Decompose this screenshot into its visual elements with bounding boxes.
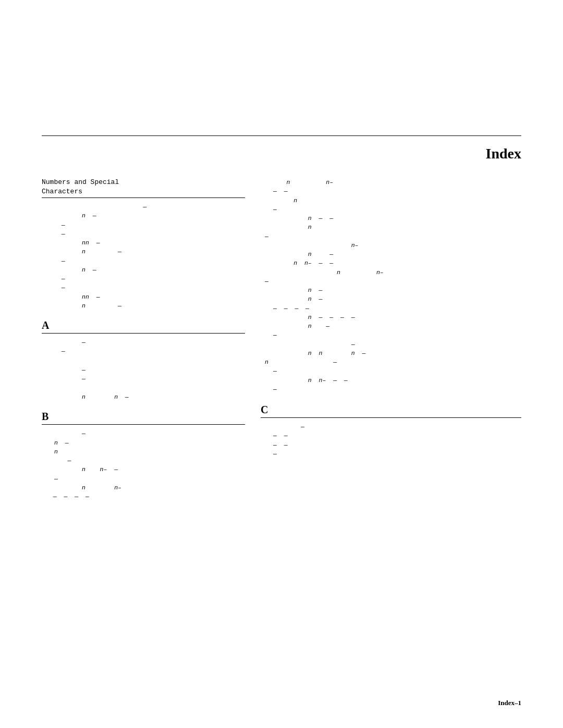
list-item: n —	[42, 211, 245, 220]
list-item: — — — —	[42, 492, 245, 501]
list-item: n n– — —	[261, 258, 521, 267]
list-item: n n–	[42, 483, 245, 492]
numbers-section-label: Numbers and SpecialCharacters	[42, 178, 245, 196]
list-item: —	[42, 474, 245, 483]
list-item: n —	[261, 286, 521, 294]
a-entries-group: — — — — n n —	[42, 338, 245, 401]
list-item: —	[261, 277, 521, 286]
list-item: n —	[42, 265, 245, 274]
list-item: —	[261, 232, 521, 241]
header-rule	[42, 135, 521, 136]
list-item: nn —	[42, 238, 245, 247]
list-item: — — — —	[261, 304, 521, 313]
a-heading: A	[42, 319, 245, 331]
list-item: n — — — —	[261, 313, 521, 322]
list-item: —	[42, 365, 245, 374]
b-section-rule	[42, 424, 245, 425]
list-item: —	[42, 220, 245, 229]
list-item: n	[261, 196, 521, 205]
list-item: n —	[261, 357, 521, 366]
content-area: Numbers and SpecialCharacters — n — — — …	[42, 178, 521, 503]
list-item: n —	[42, 301, 245, 310]
list-item: —	[261, 385, 521, 393]
b-heading: B	[42, 411, 245, 423]
a-section-rule	[42, 333, 245, 334]
left-column: Numbers and SpecialCharacters — n — — — …	[42, 178, 245, 503]
list-item: —	[42, 229, 245, 238]
a-section-header: A	[42, 319, 245, 334]
list-item: —	[42, 202, 245, 211]
list-item: n	[261, 223, 521, 231]
list-item: n n– — —	[261, 376, 521, 385]
list-item: n n —	[42, 392, 245, 401]
list-item: —	[42, 429, 245, 438]
c-heading: C	[261, 404, 521, 416]
list-item: n n–	[261, 178, 521, 187]
list-item: —	[42, 456, 245, 465]
list-item: —	[42, 283, 245, 292]
b-entries-group: — n — n — n n– — — n n– — — — —	[42, 429, 245, 501]
page: Index Numbers and SpecialCharacters — n …	[0, 0, 563, 728]
list-item: — —	[261, 440, 521, 449]
list-item: n — —	[261, 214, 521, 223]
list-item: —	[42, 274, 245, 283]
page-footer: Index–1	[498, 699, 521, 707]
c-section-rule	[261, 417, 521, 418]
right-numbers-entries: n n– — — n — n — — n — n– n — n n–	[261, 178, 521, 393]
numbers-section-header: Numbers and SpecialCharacters	[42, 178, 245, 198]
list-item: n n n —	[261, 349, 521, 357]
right-column: n n– — — n — n — — n — n– n — n n–	[261, 178, 521, 503]
list-item: —	[261, 366, 521, 375]
list-item: —	[261, 330, 521, 339]
list-item: n —	[261, 322, 521, 330]
list-item: n–	[261, 241, 521, 250]
list-item: — —	[261, 431, 521, 440]
list-item: —	[261, 449, 521, 458]
b-section-header: B	[42, 411, 245, 425]
list-item: —	[261, 422, 521, 431]
list-item: —	[42, 338, 245, 347]
list-item: n	[42, 447, 245, 456]
list-item: n —	[261, 250, 521, 258]
list-item: —	[42, 347, 245, 355]
c-entries-group: — — — — — —	[261, 422, 521, 458]
c-section-header: C	[261, 404, 521, 418]
list-item: n n– —	[42, 465, 245, 474]
numbers-section-rule	[42, 198, 245, 198]
list-item: —	[261, 205, 521, 214]
page-title: Index	[42, 145, 521, 162]
top-space	[0, 0, 563, 135]
numbers-entries-group: — n — — — nn — n — — n — — — nn —	[42, 202, 245, 310]
list-item: —	[261, 340, 521, 349]
list-item: — —	[261, 187, 521, 195]
list-item: n n–	[261, 268, 521, 277]
list-item: n —	[42, 438, 245, 447]
list-item: —	[42, 256, 245, 265]
list-item: n —	[261, 294, 521, 303]
list-item: n —	[42, 247, 245, 256]
list-item: nn —	[42, 292, 245, 301]
list-item: —	[42, 374, 245, 383]
